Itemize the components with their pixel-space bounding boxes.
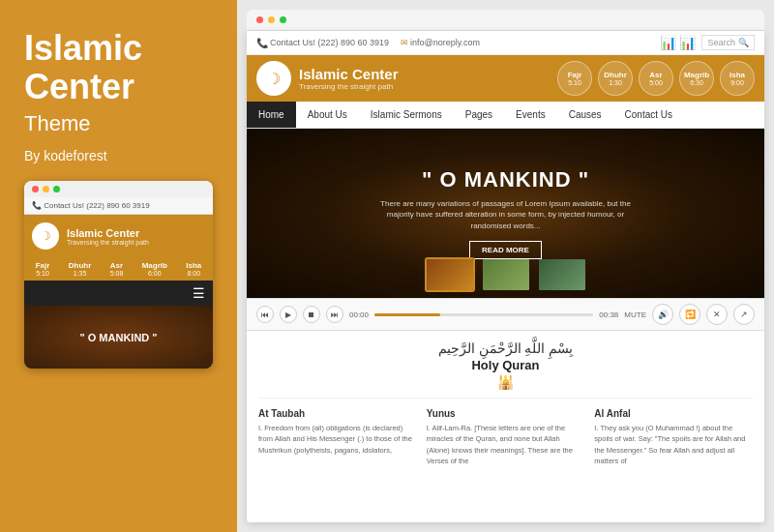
mute-label: MUTE bbox=[624, 310, 646, 319]
browser-dot-red bbox=[256, 16, 263, 23]
theme-title: IslamicCenter bbox=[24, 29, 213, 105]
site-content: بِسْمِ اللَّهِ الرَّحْمَنِ الرَّحِيم Hol… bbox=[247, 331, 764, 522]
search-icon: 🔍 bbox=[738, 38, 749, 47]
mobile-dot-red bbox=[32, 186, 39, 192]
col-text-3: I. They ask you (O Muhammad !) about the… bbox=[594, 423, 753, 466]
nav-pages[interactable]: Pages bbox=[454, 102, 504, 128]
mobile-chrome-bar bbox=[24, 181, 213, 197]
prayer-isha: Isha 9:00 bbox=[720, 61, 755, 96]
thumb-img-3 bbox=[539, 259, 585, 290]
prev-button[interactable]: ⏮ bbox=[256, 306, 274, 323]
mobile-hero: " O MANKIND " bbox=[24, 306, 213, 369]
mobile-preview: 📞 Contact Us! (222) 890 60 3919 ☽ Islami… bbox=[24, 181, 213, 369]
site-name: Islamic Center bbox=[299, 66, 399, 82]
audio-player: ⏮ ▶ ⏹ ⏭ 00:00 00:38 MUTE 🔊 🔁 ✕ ↗ bbox=[247, 298, 764, 331]
browser-dot-green bbox=[280, 16, 286, 23]
mobile-site-name: Islamic Center bbox=[67, 227, 149, 239]
browser-dot-yellow bbox=[268, 16, 275, 23]
mobile-prayer-fajr: Fajr 5:10 bbox=[36, 261, 50, 277]
quran-title: Holy Quran bbox=[258, 358, 753, 372]
topbar-contact: 📞 Contact Us! (222) 890 60 3919 bbox=[256, 38, 389, 48]
nav-contact[interactable]: Contact Us bbox=[613, 102, 684, 128]
mobile-tagline: Traversing the straight path bbox=[67, 239, 149, 246]
progress-bar[interactable] bbox=[374, 313, 593, 316]
mobile-prayer-magrib: Magrib 6:00 bbox=[142, 261, 167, 277]
mobile-logo-text: Islamic Center Traversing the straight p… bbox=[67, 227, 149, 246]
next-button[interactable]: ⏭ bbox=[326, 306, 343, 323]
nav-home[interactable]: Home bbox=[247, 102, 296, 128]
mobile-prayer-isha: Isha 8:00 bbox=[186, 261, 201, 277]
content-columns: At Taubah I. Freedom from (all) obligati… bbox=[258, 408, 753, 466]
volume-button[interactable]: 🔊 bbox=[652, 304, 673, 325]
repeat-button[interactable]: 🔁 bbox=[679, 304, 700, 325]
time-start: 00:00 bbox=[349, 310, 369, 319]
site-nav: Home About Us Islamic Sermons Pages Even… bbox=[247, 102, 764, 129]
left-panel: IslamicCenter Theme By kodeforest 📞 Cont… bbox=[0, 0, 237, 532]
col-yunus: Yunus I. Alif-Lam-Ra. [These letters are… bbox=[427, 408, 585, 466]
logo-symbol: ☽ bbox=[267, 70, 281, 88]
mobile-prayer-asr: Asr 5:08 bbox=[110, 261, 124, 277]
mobile-dot-yellow bbox=[43, 186, 49, 192]
col-al-anfal: Al Anfal I. They ask you (O Muhammad !) … bbox=[594, 408, 753, 466]
player-right-controls: MUTE 🔊 🔁 ✕ ↗ bbox=[624, 304, 755, 325]
hero-cta-button[interactable]: READ MORE bbox=[469, 241, 542, 259]
share-button[interactable]: ↗ bbox=[733, 304, 755, 325]
search-box[interactable]: Search 🔍 bbox=[701, 35, 755, 50]
nav-about[interactable]: About Us bbox=[296, 102, 359, 128]
nav-events[interactable]: Events bbox=[504, 102, 557, 128]
mobile-prayer-dhuhr: Dhuhr 1:35 bbox=[69, 261, 92, 277]
hero-content: " O MANKIND " There are many variations … bbox=[371, 167, 641, 259]
hero-thumbnails bbox=[425, 257, 587, 292]
thumb-1[interactable] bbox=[425, 257, 475, 292]
topbar-right: 📊 📊 Search 🔍 bbox=[660, 35, 755, 50]
col-title-1: At Taubah bbox=[258, 408, 417, 419]
col-title-3: Al Anfal bbox=[594, 408, 753, 419]
prayer-asr: Asr 5:00 bbox=[639, 61, 673, 96]
mobile-logo-area: ☽ Islamic Center Traversing the straight… bbox=[24, 215, 213, 257]
nav-sermons[interactable]: Islamic Sermons bbox=[359, 102, 454, 128]
topbar-left: 📞 Contact Us! (222) 890 60 3919 ✉ info@n… bbox=[256, 38, 480, 48]
browser-window: 📞 Contact Us! (222) 890 60 3919 ✉ info@n… bbox=[247, 31, 764, 522]
theme-author: By kodeforest bbox=[24, 148, 213, 163]
mobile-logo-circle: ☽ bbox=[32, 222, 59, 250]
thumb-3[interactable] bbox=[537, 257, 587, 292]
thumb-img-1 bbox=[427, 259, 473, 290]
prayer-times-row: Fajr 5:10 Dhuhr 1:30 Asr 5:00 Magrib 6:3… bbox=[557, 61, 755, 96]
site-logo-text: Islamic Center Traversing the straight p… bbox=[299, 66, 399, 91]
nav-causes[interactable]: Causes bbox=[557, 102, 613, 128]
stop-button[interactable]: ⏹ bbox=[303, 306, 320, 323]
close-button[interactable]: ✕ bbox=[706, 304, 728, 325]
email-icon: ✉ bbox=[401, 38, 408, 47]
prayer-dhuhr: Dhuhr 1:30 bbox=[598, 61, 633, 96]
col-text-2: I. Alif-Lam-Ra. [These letters are one o… bbox=[427, 423, 585, 466]
mobile-nav-icon: ☰ bbox=[24, 281, 213, 306]
social-icon-2: 📊 bbox=[679, 35, 696, 50]
mobile-prayer-row: Fajr 5:10 Dhuhr 1:35 Asr 5:08 Magrib 6:0… bbox=[24, 257, 213, 281]
social-icons: 📊 📊 bbox=[660, 35, 696, 50]
mobile-hero-text: " O MANKIND " bbox=[79, 332, 157, 343]
browser-chrome bbox=[247, 10, 764, 31]
thumb-2[interactable] bbox=[481, 257, 531, 292]
progress-fill bbox=[374, 313, 440, 316]
theme-subtitle: Theme bbox=[24, 111, 213, 136]
site-logo-circle: ☽ bbox=[256, 61, 291, 96]
hamburger-icon: ☰ bbox=[193, 285, 205, 301]
thumb-img-2 bbox=[483, 259, 529, 290]
right-panel: 📞 Contact Us! (222) 890 60 3919 ✉ info@n… bbox=[237, 0, 774, 532]
time-end: 00:38 bbox=[599, 310, 618, 319]
play-button[interactable]: ▶ bbox=[280, 306, 297, 323]
hero-title: " O MANKIND " bbox=[371, 167, 641, 192]
hero-description: There are many variations of passages of… bbox=[371, 198, 641, 231]
site-header: ☽ Islamic Center Traversing the straight… bbox=[247, 55, 764, 102]
social-icon-1: 📊 bbox=[660, 35, 676, 50]
mobile-contact: 📞 Contact Us! (222) 890 60 3919 bbox=[32, 201, 150, 210]
search-placeholder: Search bbox=[707, 38, 735, 47]
phone-icon: 📞 bbox=[256, 38, 268, 48]
topbar-email: ✉ info@noreply.com bbox=[401, 38, 480, 47]
site-topbar: 📞 Contact Us! (222) 890 60 3919 ✉ info@n… bbox=[247, 31, 764, 55]
site-tagline: Traversing the straight path bbox=[299, 82, 399, 91]
col-text-1: I. Freedom from (all) obligations (is de… bbox=[258, 423, 417, 456]
site-hero: " O MANKIND " There are many variations … bbox=[247, 129, 764, 298]
quran-icon: 🕌 bbox=[258, 374, 753, 390]
site-logo-area: ☽ Islamic Center Traversing the straight… bbox=[256, 61, 399, 96]
